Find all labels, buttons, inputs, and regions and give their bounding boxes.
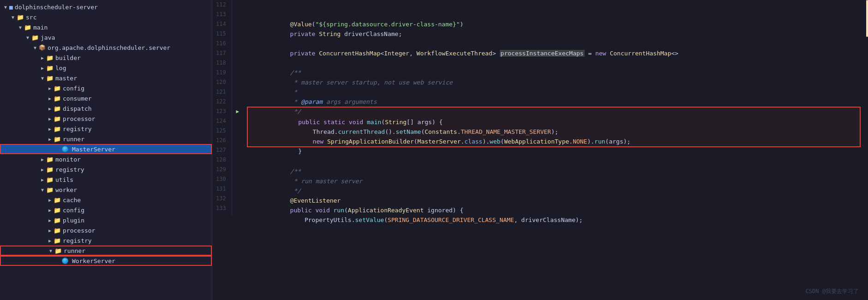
line-num: 113 xyxy=(216,10,228,19)
gutter-cell xyxy=(232,58,243,68)
tree-item-processor-worker[interactable]: ▶ 📁 processor xyxy=(0,225,212,235)
run-gutter: ▶ xyxy=(232,0,243,215)
arrow-registry2: ▶ xyxy=(39,167,46,172)
code-editor[interactable]: 112 113 114 115 116 117 118 ⊟ 119 120 12… xyxy=(212,0,868,300)
folder-icon: 📁 xyxy=(54,85,61,92)
tree-item-dispatch[interactable]: ▶ 📁 dispatch xyxy=(0,103,212,114)
arrow-consumer: ▶ xyxy=(46,96,54,101)
code-line-112 xyxy=(247,0,861,10)
folder-icon: 📁 xyxy=(54,126,61,132)
gutter-cell xyxy=(232,155,243,165)
code-line-121: * @param args arguments xyxy=(247,87,861,97)
monitor-label: monitor xyxy=(55,156,81,163)
code-line-116: private ConcurrentHashMap<Integer, Workf… xyxy=(247,39,861,48)
main-label: main xyxy=(33,24,48,31)
folder-icon: 📁 xyxy=(54,247,62,254)
line-num: 126 xyxy=(216,136,228,145)
watermark: CSDN @我要去学习了 xyxy=(806,288,859,295)
gutter-cell xyxy=(232,204,243,213)
java-file-icon xyxy=(62,146,68,152)
org-label: org.apache.dolphinscheduler.server xyxy=(48,44,170,51)
arrow-processor-worker: ▶ xyxy=(46,228,54,233)
arrow-log: ▶ xyxy=(39,66,46,71)
java-file-icon xyxy=(62,258,68,264)
runner-master-label: runner xyxy=(63,136,84,143)
tree-item-root[interactable]: ▼ ■ dolphinscheduler-server xyxy=(0,2,212,12)
arrow-cache: ▶ xyxy=(46,198,54,203)
tree-item-worker[interactable]: ▼ 📁 worker xyxy=(0,185,212,195)
tree-item-runner-master[interactable]: ▶ 📁 runner xyxy=(0,134,212,144)
tree-item-plugin[interactable]: ▶ 📁 plugin xyxy=(0,215,212,225)
code-line-127 xyxy=(247,147,861,157)
folder-icon: 📁 xyxy=(54,237,61,244)
tree-item-registry2[interactable]: ▶ 📁 registry xyxy=(0,164,212,174)
folder-icon: 📁 xyxy=(54,197,61,204)
plugin-label: plugin xyxy=(63,217,84,224)
folder-icon: ■ xyxy=(9,4,13,11)
folder-icon: 📁 xyxy=(46,65,54,72)
tree-item-log[interactable]: ▶ 📁 log xyxy=(0,63,212,73)
tree-item-monitor[interactable]: ▶ 📁 monitor xyxy=(0,154,212,164)
line-num: 133 xyxy=(216,204,228,213)
package-icon: 📦 xyxy=(39,44,46,51)
gutter-cell xyxy=(232,126,243,136)
arrow-src: ▼ xyxy=(9,15,17,20)
tree-item-java[interactable]: ▼ 📁 java xyxy=(0,32,212,42)
gutter-cell xyxy=(232,97,243,107)
code-line-128: /** xyxy=(247,157,861,167)
tree-item-runner-worker[interactable]: ▼ 📁 runner xyxy=(0,246,212,256)
run-button[interactable]: ▶ xyxy=(232,107,243,116)
tree-item-worker-server[interactable]: WorkerServer xyxy=(0,256,212,266)
line-num: 114 xyxy=(216,19,228,29)
tree-item-cache[interactable]: ▶ 📁 cache xyxy=(0,195,212,205)
tree-item-utils[interactable]: ▶ 📁 utils xyxy=(0,174,212,185)
arrow-runner-master: ▶ xyxy=(46,137,54,142)
folder-icon: 📁 xyxy=(54,217,61,224)
line-num: 119 xyxy=(216,68,228,78)
runner-worker-label: runner xyxy=(64,247,85,254)
worker-server-label: WorkerServer xyxy=(72,258,115,264)
tree-item-config-worker[interactable]: ▶ 📁 config xyxy=(0,205,212,215)
tree-item-org[interactable]: ▼ 📦 org.apache.dolphinscheduler.server xyxy=(0,42,212,53)
root-label: dolphinscheduler-server xyxy=(15,4,98,11)
folder-icon: 📁 xyxy=(17,14,24,21)
gutter-cell xyxy=(232,29,243,39)
line-num: 121 xyxy=(216,87,228,97)
arrow-utils: ▶ xyxy=(39,177,46,182)
registry-master-label: registry xyxy=(63,126,92,132)
tree-item-registry-worker[interactable]: ▶ 📁 registry xyxy=(0,235,212,246)
tree-item-consumer[interactable]: ▶ 📁 consumer xyxy=(0,93,212,103)
tree-item-src[interactable]: ▼ 📁 src xyxy=(0,12,212,22)
folder-icon: 📁 xyxy=(54,136,61,143)
line-num: 115 xyxy=(216,29,228,39)
line-numbers: 112 113 114 115 116 117 118 ⊟ 119 120 12… xyxy=(212,0,232,215)
line-num: 130 xyxy=(216,174,228,184)
gutter-cell xyxy=(232,48,243,58)
tree-item-config[interactable]: ▶ 📁 config xyxy=(0,83,212,93)
code-line-119: * master server startup, not use web ser… xyxy=(247,68,861,78)
scrollbar-thumb xyxy=(866,0,868,37)
registry-worker-label: registry xyxy=(63,237,92,244)
arrow-registry-worker: ▶ xyxy=(46,238,54,243)
folder-icon: 📁 xyxy=(46,54,54,61)
line-num: 131 xyxy=(216,184,228,194)
tree-item-registry-master[interactable]: ▶ 📁 registry xyxy=(0,124,212,134)
tree-item-builder[interactable]: ▶ 📁 builder xyxy=(0,53,212,63)
tree-item-master-server[interactable]: MasterServer xyxy=(0,144,212,154)
gutter-cell xyxy=(232,0,243,10)
line-num: 123 xyxy=(216,107,228,116)
gutter-cell xyxy=(232,87,243,97)
tree-item-master[interactable]: ▼ 📁 master xyxy=(0,73,212,83)
folder-icon: 📁 xyxy=(54,105,61,112)
folder-icon: 📁 xyxy=(54,115,61,122)
gutter-cell xyxy=(232,136,243,145)
log-label: log xyxy=(55,65,66,72)
editor-scrollbar[interactable] xyxy=(864,0,868,215)
line-num: 132 xyxy=(216,194,228,204)
gutter-cell xyxy=(232,165,243,174)
tree-item-main[interactable]: ▼ 📁 main xyxy=(0,22,212,32)
tree-item-processor[interactable]: ▶ 📁 processor xyxy=(0,114,212,124)
line-num: 112 xyxy=(216,0,228,10)
line-num: 118 ⊟ xyxy=(216,58,228,68)
gutter-cell xyxy=(232,19,243,29)
